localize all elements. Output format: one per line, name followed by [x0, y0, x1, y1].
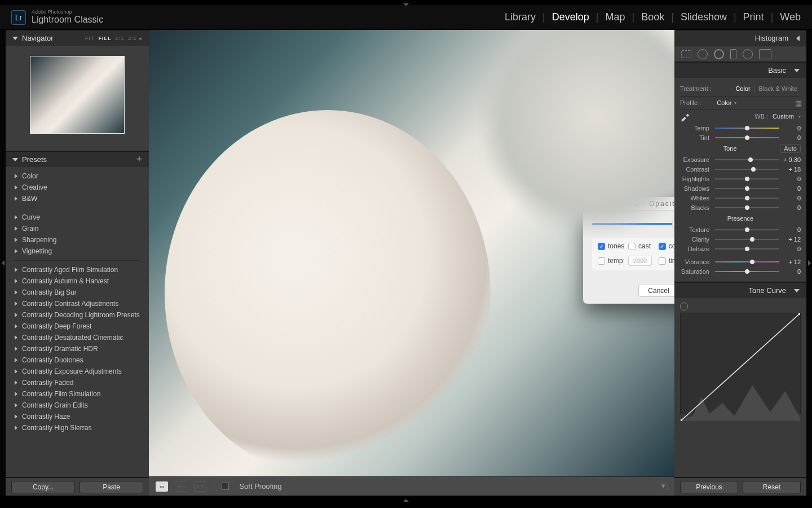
preset-group[interactable]: Color — [9, 170, 144, 182]
before-after-lr-icon[interactable]: R A — [175, 481, 187, 492]
check-tones[interactable]: ✓tones — [598, 242, 625, 250]
texture-slider[interactable] — [715, 227, 779, 232]
preset-group[interactable]: Contrastly Big Sur — [9, 287, 144, 298]
exposure-value[interactable]: + 0.30 — [782, 156, 801, 163]
opacity-slider[interactable] — [592, 223, 674, 225]
tone-curve-plot[interactable] — [680, 313, 801, 414]
navigator-thumbnail[interactable] — [6, 46, 149, 151]
tint-value[interactable]: 0 — [782, 134, 801, 141]
brush-tool-icon[interactable] — [759, 49, 771, 59]
check-temp[interactable]: temp: — [598, 257, 625, 265]
dehaze-value[interactable]: 0 — [782, 246, 801, 252]
preset-group[interactable]: Curve — [9, 212, 144, 223]
tone-curve-header[interactable]: Tone Curve — [674, 283, 806, 298]
redeye-tool-icon[interactable] — [714, 49, 724, 59]
navigator-header[interactable]: Navigator FIT FILL 1:1 3:1 ◂ — [6, 30, 149, 46]
preset-group[interactable]: Contrastly Film Simulation — [9, 388, 144, 400]
check-tint[interactable]: tint: — [659, 257, 674, 265]
toolbar-dropdown-icon[interactable]: ▾ — [659, 482, 668, 491]
preset-group[interactable]: Contrastly Faded — [9, 377, 144, 388]
tint-slider[interactable] — [715, 135, 779, 140]
soft-proof-checkbox[interactable] — [222, 483, 229, 490]
preset-tree[interactable]: Color Creative B&W Curve Grain Sharpenin… — [9, 170, 148, 474]
check-cast[interactable]: cast — [628, 242, 655, 250]
blacks-value[interactable]: 0 — [782, 204, 801, 211]
preset-group[interactable]: Contrastly Exposure Adjustments — [9, 366, 144, 377]
temp-value[interactable]: 0 — [782, 125, 801, 132]
crop-tool-icon[interactable] — [681, 50, 691, 58]
copy-button[interactable]: Copy... — [11, 481, 75, 493]
check-color[interactable]: ✓color — [659, 242, 674, 250]
filmstrip-grip[interactable] — [0, 496, 812, 502]
contrast-slider[interactable] — [715, 167, 779, 172]
histogram-header[interactable]: Histogram — [674, 30, 806, 46]
module-library[interactable]: Library — [505, 11, 536, 23]
paste-button[interactable]: Paste — [80, 481, 143, 493]
temp-slider[interactable] — [715, 126, 779, 130]
module-develop[interactable]: Develop — [552, 11, 589, 23]
saturation-value[interactable]: 0 — [782, 268, 801, 275]
preset-group[interactable]: Contrastly Desaturated Cinematic — [9, 332, 144, 343]
wb-value[interactable]: Custom — [773, 113, 794, 120]
treatment-color[interactable]: Color — [732, 85, 753, 92]
preset-group[interactable]: Sharpening — [9, 234, 144, 246]
previous-button[interactable]: Previous — [680, 481, 738, 493]
radial-tool-icon[interactable] — [743, 49, 753, 59]
preset-group[interactable]: Contrastly Deep Forest — [9, 321, 144, 332]
preset-group[interactable]: Creative — [9, 182, 144, 193]
clarity-slider[interactable] — [715, 237, 779, 242]
contrast-value[interactable]: + 18 — [782, 166, 801, 173]
loupe-view-icon[interactable]: ▭ — [156, 481, 168, 492]
module-slideshow[interactable]: Slideshow — [681, 11, 727, 23]
left-panel-grip[interactable] — [0, 30, 6, 496]
exposure-slider[interactable] — [715, 157, 779, 162]
cancel-button[interactable]: Cancel — [638, 284, 674, 297]
module-map[interactable]: Map — [605, 11, 625, 23]
preset-group[interactable]: Grain — [9, 223, 144, 234]
preset-group[interactable]: Contrastly Contrast Adjustments — [9, 298, 144, 309]
shadows-slider[interactable] — [715, 186, 779, 191]
profile-value[interactable]: Color — [717, 99, 731, 106]
image-canvas[interactable]: O P A L - Opacity Slider 12 ✓tones cast … — [149, 30, 674, 476]
navigator-zoom[interactable]: FIT FILL 1:1 3:1 ◂ — [85, 36, 142, 41]
add-preset-icon[interactable]: + — [136, 154, 142, 165]
temp-input[interactable]: 2000 — [628, 256, 652, 266]
preset-group[interactable]: Contrastly Dramatic HDR — [9, 343, 144, 354]
vibrance-slider[interactable] — [715, 260, 779, 264]
eyedropper-icon[interactable] — [680, 111, 690, 121]
preset-group[interactable]: Vignetting — [9, 246, 144, 257]
presets-header[interactable]: Presets + — [6, 152, 149, 167]
treatment-bw[interactable]: Black & White — [756, 85, 801, 92]
vibrance-value[interactable]: + 12 — [782, 259, 801, 265]
top-panel-grip[interactable] — [0, 0, 812, 5]
preset-group[interactable]: B&W — [9, 193, 144, 204]
whites-slider[interactable] — [715, 196, 779, 200]
blacks-slider[interactable] — [715, 205, 779, 210]
preset-group[interactable]: Contrastly Duotones — [9, 354, 144, 366]
spot-tool-icon[interactable] — [698, 49, 708, 59]
before-after-tb-icon[interactable]: Y Y — [194, 481, 206, 492]
preset-group[interactable]: Contrastly Autumn & Harvest — [9, 275, 144, 287]
graduated-tool-icon[interactable] — [730, 49, 736, 59]
reset-button[interactable]: Reset — [743, 481, 801, 493]
shadows-value[interactable]: 0 — [782, 185, 801, 192]
basic-header[interactable]: Basic — [674, 63, 806, 78]
preset-group[interactable]: Contrastly Decoding Lightroom Presets — [9, 309, 144, 321]
dehaze-slider[interactable] — [715, 247, 779, 251]
preset-group[interactable]: Contrastly Grain Edits — [9, 400, 144, 411]
highlights-slider[interactable] — [715, 177, 779, 181]
texture-value[interactable]: 0 — [782, 226, 801, 233]
clarity-value[interactable]: + 12 — [782, 236, 801, 243]
profile-browser-icon[interactable]: ▦ — [795, 99, 801, 107]
right-panel-grip[interactable] — [806, 30, 812, 496]
preset-group[interactable]: Contrastly Haze — [9, 411, 144, 422]
whites-value[interactable]: 0 — [782, 195, 801, 202]
saturation-slider[interactable] — [715, 269, 779, 274]
target-adjust-icon[interactable] — [680, 303, 688, 310]
module-print[interactable]: Print — [743, 11, 764, 23]
auto-tone-button[interactable]: Auto — [780, 144, 801, 153]
module-book[interactable]: Book — [641, 11, 664, 23]
module-web[interactable]: Web — [780, 11, 801, 23]
highlights-value[interactable]: 0 — [782, 176, 801, 182]
preset-group[interactable]: Contrastly High Sierras — [9, 422, 144, 433]
